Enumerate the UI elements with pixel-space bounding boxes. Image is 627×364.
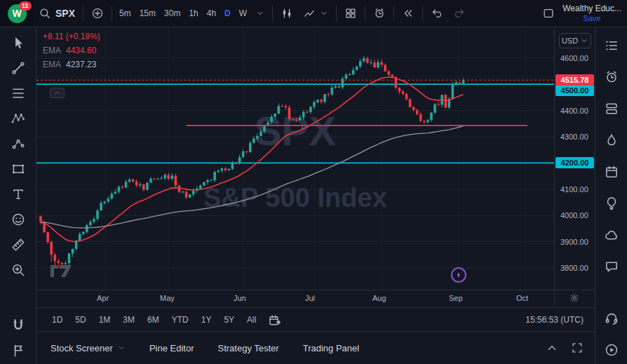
currency-selector[interactable]: USD bbox=[559, 33, 591, 48]
sidebar-watchlist-button[interactable] bbox=[603, 35, 620, 52]
tool-magnet[interactable] bbox=[11, 316, 26, 332]
indicator-row[interactable]: EMA 4434.60 bbox=[43, 46, 100, 55]
timeframe-1h[interactable]: 1h bbox=[184, 6, 202, 21]
tool-text-tool[interactable] bbox=[11, 185, 26, 201]
save-layout-button[interactable] bbox=[537, 4, 560, 22]
sidebar-calendar-button[interactable] bbox=[603, 161, 620, 178]
range-1y[interactable]: 1Y bbox=[196, 313, 217, 327]
panel-tab-stock-screener[interactable]: Stock Screener bbox=[50, 343, 126, 353]
market-event-icon[interactable] bbox=[451, 267, 466, 283]
range-all[interactable]: All bbox=[241, 313, 262, 327]
sidebar-streams-button[interactable] bbox=[603, 339, 620, 356]
chevron-down-icon bbox=[117, 344, 126, 352]
sidebar-ideas-button[interactable] bbox=[603, 193, 620, 210]
symbol-name: SPX bbox=[55, 8, 75, 19]
bottom-panel: Stock ScreenerPine EditorStrategy Tester… bbox=[36, 331, 595, 364]
chevron-down-icon bbox=[580, 36, 588, 45]
tradingview-logo-icon[interactable] bbox=[50, 265, 72, 277]
range-5d[interactable]: 5D bbox=[69, 313, 91, 327]
right-sidebar bbox=[595, 27, 627, 364]
panel-maximize-button[interactable] bbox=[571, 341, 585, 355]
tool-zoom[interactable] bbox=[11, 261, 26, 276]
tool-projection[interactable] bbox=[11, 135, 26, 150]
sidebar-minds-button[interactable] bbox=[603, 224, 620, 241]
ideas-icon bbox=[603, 196, 616, 208]
multichart-layout-button[interactable] bbox=[339, 4, 362, 22]
panel-expand-button[interactable] bbox=[546, 341, 560, 355]
tool-ruler[interactable] bbox=[11, 236, 26, 251]
chart-settings-button[interactable] bbox=[569, 292, 581, 305]
tool-fib[interactable] bbox=[11, 84, 26, 100]
lightning-icon bbox=[454, 271, 463, 279]
sidebar-alerts-button[interactable] bbox=[603, 67, 620, 83]
timeframe-4h[interactable]: 4h bbox=[203, 6, 220, 21]
timezone-clock[interactable]: 15:56:53 (UTC) bbox=[522, 314, 586, 326]
range-3m[interactable]: 3M bbox=[117, 313, 140, 327]
tool-trend-line[interactable] bbox=[11, 59, 26, 74]
tool-emoji[interactable] bbox=[11, 210, 26, 226]
bar-replay-button[interactable] bbox=[397, 4, 419, 22]
timeframe-30m[interactable]: 30m bbox=[160, 6, 184, 21]
time-tick: Sep bbox=[449, 294, 463, 302]
go-to-date-button[interactable] bbox=[267, 312, 283, 328]
range-6m[interactable]: 6M bbox=[142, 313, 165, 327]
time-axis[interactable]: AprMayJunJulAugSepOct bbox=[36, 290, 554, 307]
timeframe-d[interactable]: D bbox=[220, 6, 235, 21]
chart-plot[interactable]: SPXS&P 500 Index +8.11 (+0.18%) EMA 4434… bbox=[36, 27, 554, 290]
range-1d[interactable]: 1D bbox=[46, 313, 68, 327]
chart-row: SPXS&P 500 Index +8.11 (+0.18%) EMA 4434… bbox=[36, 27, 595, 290]
plus-circle-icon bbox=[91, 7, 104, 20]
zoom-icon bbox=[11, 262, 23, 275]
timeframe-dropdown-button[interactable] bbox=[251, 6, 269, 20]
watchlist-icon bbox=[603, 38, 616, 50]
sidebar-chat-button[interactable] bbox=[603, 256, 620, 273]
divider bbox=[393, 6, 394, 21]
timeframe-w[interactable]: W bbox=[235, 6, 251, 21]
panel-tab-pine-editor[interactable]: Pine Editor bbox=[149, 343, 194, 353]
drawing-toolbar bbox=[0, 27, 36, 364]
sidebar-object-tree-button[interactable] bbox=[603, 98, 620, 115]
calendar-arrow-icon bbox=[268, 314, 281, 326]
magnet-icon bbox=[11, 318, 23, 330]
undo-button[interactable] bbox=[426, 4, 448, 22]
candlestick-chart[interactable]: SPXS&P 500 Index bbox=[36, 27, 554, 290]
indicator-row[interactable]: EMA 4237.23 bbox=[43, 60, 100, 69]
panel-tab-label: Strategy Tester bbox=[217, 343, 278, 353]
chevron-up-icon bbox=[53, 89, 62, 97]
layout-name-block[interactable]: Wealthy Educ... Save bbox=[562, 4, 621, 22]
compare-add-symbol-button[interactable] bbox=[86, 4, 109, 22]
sidebar-hotlists-button[interactable] bbox=[603, 130, 620, 147]
fib-icon bbox=[11, 86, 23, 98]
maximize-icon bbox=[571, 342, 584, 354]
legend-collapse-button[interactable] bbox=[50, 88, 65, 98]
indicator-icon bbox=[303, 7, 316, 20]
chart-type-button[interactable] bbox=[276, 4, 298, 22]
create-alert-button[interactable] bbox=[368, 4, 391, 22]
panel-controls bbox=[546, 341, 585, 355]
hotlists-icon bbox=[603, 133, 616, 145]
redo-button[interactable] bbox=[448, 4, 471, 22]
symbol-search-button[interactable]: SPX bbox=[34, 4, 80, 22]
timeframe-15m[interactable]: 15m bbox=[135, 6, 160, 21]
panel-tab-strategy-tester[interactable]: Strategy Tester bbox=[217, 343, 278, 353]
tool-xabcd[interactable] bbox=[11, 109, 26, 125]
range-5y[interactable]: 5Y bbox=[218, 313, 240, 327]
price-axis[interactable]: USD 4600.004400.004300.004100.004000.003… bbox=[554, 27, 595, 290]
trend-line-icon bbox=[11, 60, 23, 73]
range-1m[interactable]: 1M bbox=[93, 313, 116, 327]
calendar-icon bbox=[603, 164, 616, 177]
tool-flag[interactable] bbox=[11, 342, 26, 357]
price-level-badge: 4500.00 bbox=[555, 85, 594, 96]
timeframe-5m[interactable]: 5m bbox=[115, 6, 135, 21]
sidebar-support-button[interactable] bbox=[603, 308, 620, 325]
save-link[interactable]: Save bbox=[584, 14, 601, 22]
account-menu[interactable]: W 11 bbox=[0, 0, 34, 27]
tool-rect-tool[interactable] bbox=[11, 160, 26, 175]
panel-tab-trading-panel[interactable]: Trading Panel bbox=[303, 343, 359, 353]
chart-column: SPXS&P 500 Index +8.11 (+0.18%) EMA 4434… bbox=[36, 27, 595, 364]
divider bbox=[112, 6, 112, 21]
indicators-button[interactable] bbox=[298, 4, 333, 22]
range-ytd[interactable]: YTD bbox=[166, 313, 194, 327]
tool-cursor[interactable] bbox=[11, 34, 26, 49]
trading-platform-window: W 11 SPX 5m15m30m1h4hDW bbox=[0, 0, 627, 364]
